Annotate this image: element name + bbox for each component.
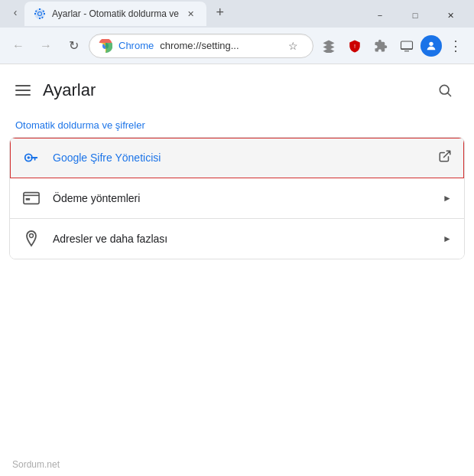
window-controls: − □ ✕ <box>362 0 468 28</box>
svg-rect-4 <box>401 41 413 50</box>
svg-point-0 <box>34 8 45 19</box>
close-button[interactable]: ✕ <box>433 3 468 28</box>
google-password-manager-label: Google Şifre Yöneticisi <box>53 152 426 164</box>
hamburger-line-2 <box>15 90 31 91</box>
media-icon-button[interactable] <box>394 34 419 58</box>
maximize-button[interactable]: □ <box>398 3 433 28</box>
payment-methods-arrow-icon: ► <box>443 193 452 204</box>
svg-text:!: ! <box>354 43 356 50</box>
content-spacer <box>0 259 474 453</box>
location-pin-icon <box>22 230 41 248</box>
extensions-icon-button[interactable] <box>368 34 393 58</box>
addresses-arrow-icon: ► <box>443 233 452 244</box>
toolbar-right: ! ⋮ <box>317 34 468 58</box>
payment-methods-label: Ödeme yöntemleri <box>53 192 430 204</box>
settings-header: Ayarlar <box>0 64 474 110</box>
svg-point-8 <box>28 156 31 159</box>
chrome-logo-icon <box>99 39 112 53</box>
profile-avatar-button[interactable] <box>420 35 442 57</box>
back-button[interactable]: ← <box>6 34 31 58</box>
google-password-manager-item[interactable]: Google Şifre Yöneticisi <box>10 138 464 178</box>
section-label: Otomatik doldurma ve şifreler <box>0 110 474 137</box>
settings-list: Google Şifre Yöneticisi Ödeme yöntemleri… <box>9 137 465 259</box>
svg-point-5 <box>429 41 433 45</box>
payment-methods-item[interactable]: Ödeme yöntemleri ► <box>10 178 464 219</box>
external-link-icon <box>438 149 452 166</box>
shield-icon-button[interactable]: ! <box>343 34 367 58</box>
layers-icon-button[interactable] <box>317 34 341 58</box>
url-bar[interactable]: Chrome chrome://setting... ☆ <box>89 34 313 58</box>
forward-button[interactable]: → <box>34 34 58 58</box>
chrome-brand-label: Chrome <box>118 40 154 51</box>
hamburger-line-1 <box>15 85 31 86</box>
url-text: chrome://setting... <box>160 40 239 51</box>
title-bar: ‹ Ayarlar - Otomatik doldurma ve ✕ + − □… <box>0 0 474 28</box>
addresses-item[interactable]: Adresler ve daha fazlası ► <box>10 219 464 259</box>
active-tab[interactable]: Ayarlar - Otomatik doldurma ve ✕ <box>24 2 206 26</box>
footer: Sordum.net <box>0 453 474 476</box>
tab-bar-inner: ‹ Ayarlar - Otomatik doldurma ve ✕ + <box>6 2 356 26</box>
chrome-menu-button[interactable]: ⋮ <box>443 34 468 58</box>
minimize-button[interactable]: − <box>362 3 398 28</box>
payment-card-icon <box>22 189 41 207</box>
hamburger-menu-button[interactable] <box>15 85 31 96</box>
main-content: Ayarlar Otomatik doldurma ve şifreler Go… <box>0 64 474 476</box>
tab-title: Ayarlar - Otomatik doldurma ve <box>52 8 179 19</box>
addresses-label: Adresler ve daha fazlası <box>53 233 430 245</box>
tab-close-button[interactable]: ✕ <box>185 8 197 20</box>
hamburger-line-3 <box>15 94 31 96</box>
password-key-icon <box>22 148 41 167</box>
address-bar: ← → ↻ Chrome chrome://setting... ☆ ! <box>0 28 474 64</box>
refresh-button[interactable]: ↻ <box>61 34 86 58</box>
svg-point-11 <box>30 234 34 238</box>
svg-rect-9 <box>24 193 39 204</box>
bookmark-star-button[interactable]: ☆ <box>282 35 304 57</box>
new-tab-button[interactable]: + <box>209 2 231 23</box>
settings-search-button[interactable] <box>431 77 459 104</box>
settings-title-row: Ayarlar <box>15 80 96 100</box>
svg-rect-10 <box>26 198 31 201</box>
footer-text: Sordum.net <box>12 459 60 470</box>
tab-nav-prev[interactable]: ‹ <box>6 3 24 21</box>
tab-favicon <box>34 8 46 20</box>
page-title: Ayarlar <box>43 80 96 100</box>
